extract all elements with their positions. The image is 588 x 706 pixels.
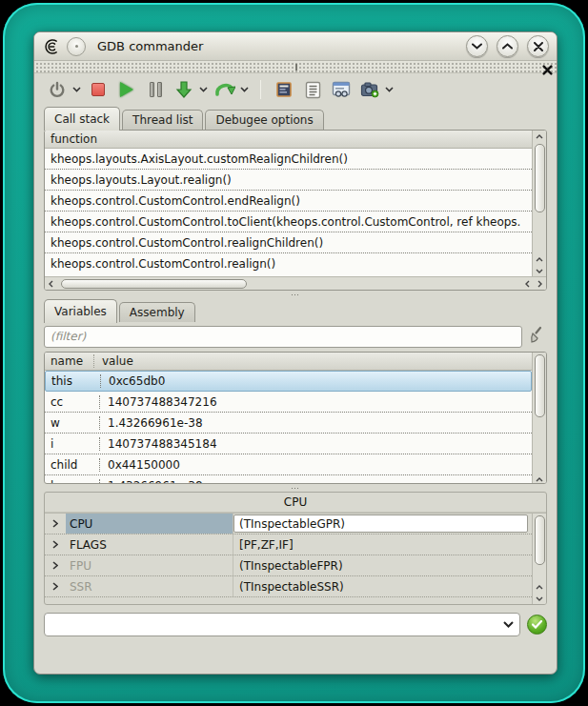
power-dropdown-chevron[interactable]	[72, 87, 81, 92]
call-stack-row[interactable]: kheops.control.CustomControl.realignChil…	[45, 232, 532, 253]
tab-debugee-options[interactable]: Debugee options	[205, 110, 323, 130]
play-icon	[120, 82, 133, 97]
variable-row[interactable]: i 140737488345184	[45, 434, 532, 454]
cpu-register-row[interactable]: FLAGS [PF,ZF,IF]	[45, 535, 532, 555]
variable-value: 1.43266961e-38	[100, 479, 203, 485]
register-value: (TInspectableSSR)	[233, 580, 532, 594]
splitter[interactable]	[34, 484, 557, 492]
vscroll-thumb[interactable]	[535, 354, 545, 417]
menu-dot-icon	[75, 45, 78, 48]
pause-icon	[150, 82, 162, 97]
tab-variables[interactable]: Variables	[44, 299, 117, 323]
snapshot-button[interactable]	[358, 77, 381, 102]
call-stack-row[interactable]: kheops.layouts.AxisLayout.customRealignC…	[45, 149, 532, 170]
pause-button[interactable]	[144, 77, 167, 102]
stop-square-icon	[91, 83, 105, 96]
titlebar[interactable]: GDB commander	[34, 32, 557, 61]
splitter-grip-icon	[291, 293, 300, 296]
watches-button[interactable]	[330, 77, 353, 102]
gdb-commander-window: GDB commander	[33, 31, 558, 675]
name-column-label: name	[45, 354, 94, 368]
tab-thread-list[interactable]: Thread list	[122, 110, 203, 130]
cpu-group-title: CPU	[45, 493, 546, 513]
tab-assembly[interactable]: Assembly	[119, 302, 195, 322]
command-combobox[interactable]	[44, 613, 520, 636]
clear-filter-button[interactable]	[528, 325, 547, 348]
variable-row[interactable]: h 1.43266961e-38	[45, 475, 532, 484]
call-stack-row[interactable]: kheops.control.CustomControl.realign()	[45, 253, 532, 274]
output-list-button[interactable]	[301, 77, 324, 102]
call-stack-hscrollbar[interactable]	[45, 276, 546, 290]
splitter[interactable]	[34, 291, 557, 298]
scroll-up-icon[interactable]	[534, 131, 546, 142]
step-into-button[interactable]	[172, 77, 195, 102]
chevron-down-icon[interactable]	[503, 621, 514, 628]
power-button[interactable]	[46, 77, 69, 102]
tab-call-stack[interactable]: Call stack	[44, 107, 120, 131]
toolbar-separator	[260, 80, 261, 99]
register-value: [PF,ZF,IF]	[233, 538, 532, 552]
cpu-vscrollbar[interactable]	[532, 514, 546, 604]
unshade-button[interactable]	[497, 35, 518, 57]
variable-value: 0xc65db0	[101, 374, 165, 388]
step-over-dropdown-chevron[interactable]	[240, 87, 249, 92]
register-value-editor[interactable]: (TInspectableGPR)	[233, 514, 528, 533]
variable-row[interactable]: child 0x44150000	[45, 454, 532, 475]
variable-value: 1.43266961e-38	[100, 416, 203, 430]
expander-chevron-icon[interactable]	[45, 519, 66, 528]
vscroll-thumb[interactable]	[535, 144, 545, 212]
dock-close-button[interactable]	[542, 61, 553, 79]
call-stack-row[interactable]: kheops.control.CustomControl.endRealign(…	[45, 191, 532, 212]
expander-chevron-icon[interactable]	[45, 582, 66, 591]
variable-name: cc	[51, 395, 100, 409]
close-button[interactable]	[527, 35, 549, 57]
hscroll-thumb[interactable]	[61, 279, 247, 289]
scroll-down-icon[interactable]	[534, 593, 546, 604]
call-stack-column-header[interactable]: function	[45, 131, 532, 149]
snapshot-dropdown-chevron[interactable]	[385, 87, 394, 92]
variable-name: i	[51, 437, 100, 451]
step-into-dropdown-chevron[interactable]	[199, 87, 208, 92]
scroll-up-icon[interactable]	[534, 474, 546, 484]
scroll-left-icon[interactable]	[45, 278, 57, 290]
variable-row[interactable]: this 0xc65db0	[45, 371, 532, 392]
expander-chevron-icon[interactable]	[45, 561, 66, 570]
shade-button[interactable]	[466, 35, 488, 57]
scroll-left-icon[interactable]	[521, 278, 534, 290]
variables-vscrollbar[interactable]	[532, 353, 546, 484]
execute-command-button[interactable]	[527, 615, 547, 635]
variables-panel: name value this 0xc65db0 cc 140737488347…	[44, 352, 547, 484]
window-title: GDB commander	[97, 39, 203, 53]
filter-input[interactable]	[44, 326, 522, 348]
vscroll-thumb[interactable]	[535, 515, 545, 565]
cpu-register-row[interactable]: CPU (TInspectableGPR)	[45, 514, 532, 535]
call-stack-row[interactable]: kheops.control.CustomControl.toClient(kh…	[45, 212, 532, 232]
scroll-up-icon[interactable]	[534, 581, 546, 593]
cpu-view-button[interactable]	[273, 77, 295, 102]
call-stack-row[interactable]: kheops.layouts.Layout.realign()	[45, 170, 532, 191]
register-name[interactable]: CPU	[66, 514, 233, 534]
command-row	[44, 613, 547, 636]
register-name[interactable]: FLAGS	[66, 535, 233, 555]
scroll-down-icon[interactable]	[534, 265, 546, 276]
dock-grip-icon	[295, 64, 297, 71]
variable-row[interactable]: cc 140737488347216	[45, 392, 532, 413]
run-button[interactable]	[115, 77, 138, 102]
stop-button[interactable]	[87, 77, 110, 102]
cpu-register-row[interactable]: FPU (TInspectableFPR)	[45, 555, 532, 576]
dock-drag-handle[interactable]	[34, 61, 557, 73]
register-name[interactable]: SSR	[66, 576, 233, 596]
expander-chevron-icon[interactable]	[45, 540, 66, 549]
step-over-button[interactable]	[213, 77, 236, 102]
variables-column-header[interactable]: name value	[45, 353, 532, 371]
register-name[interactable]: FPU	[66, 555, 233, 575]
cpu-register-row[interactable]: SSR (TInspectableSSR)	[45, 576, 532, 597]
variable-row[interactable]: w 1.43266961e-38	[45, 413, 532, 434]
call-stack-vscrollbar[interactable]	[532, 131, 546, 276]
scroll-right-icon[interactable]	[534, 278, 546, 290]
variable-value: 140737488347216	[100, 395, 217, 409]
window-menu-button[interactable]	[67, 37, 86, 56]
debug-toolbar	[34, 73, 557, 106]
scroll-up-icon[interactable]	[534, 253, 546, 265]
variable-name: this	[51, 374, 101, 388]
